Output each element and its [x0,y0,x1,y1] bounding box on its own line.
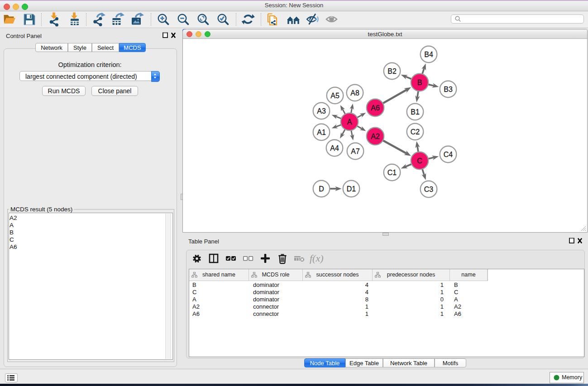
svg-text:C4: C4 [444,151,453,158]
svg-text:D1: D1 [347,185,356,193]
svg-text:C3: C3 [424,186,434,193]
svg-text:A7: A7 [351,148,360,155]
svg-text:B: B [417,79,422,86]
svg-text:B2: B2 [387,67,397,75]
svg-text:A5: A5 [330,92,339,100]
svg-text:A8: A8 [350,89,359,97]
svg-text:D: D [319,185,324,193]
svg-text:A: A [347,118,352,126]
svg-text:A4: A4 [330,144,339,152]
svg-text:A6: A6 [371,104,380,112]
svg-text:B4: B4 [424,51,433,58]
svg-text:A1: A1 [317,129,326,136]
svg-text:B1: B1 [411,108,420,116]
svg-text:B3: B3 [444,86,453,93]
svg-text:C1: C1 [387,169,397,176]
svg-text:C: C [417,157,422,165]
svg-text:A2: A2 [371,133,380,140]
svg-text:A3: A3 [317,107,326,115]
svg-text:C2: C2 [411,128,420,136]
